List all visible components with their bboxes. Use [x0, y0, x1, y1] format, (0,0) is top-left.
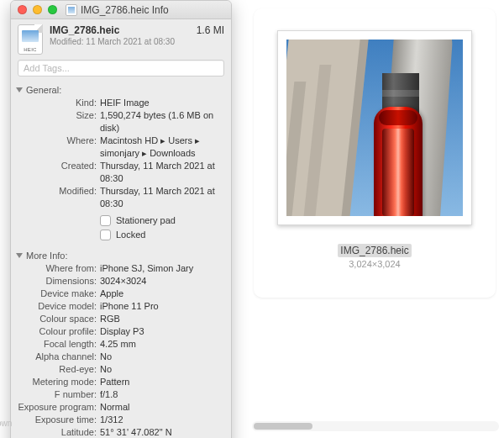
thumbnail-frame[interactable]: [277, 30, 472, 225]
label-colour-space: Colour space:: [18, 313, 100, 325]
zoom-icon[interactable]: [48, 5, 57, 14]
thumbnail-image: [286, 40, 463, 216]
value-dimensions: 3024×3024: [100, 275, 224, 288]
titlebar-file-icon: [66, 4, 77, 16]
label-kind: Kind:: [18, 97, 100, 109]
header-filename: IMG_2786.heic: [50, 24, 119, 36]
label-red-eye: Red-eye:: [18, 363, 100, 376]
value-kind: HEIF Image: [100, 97, 224, 109]
value-f-number: f/1.8: [100, 388, 224, 401]
value-device-model: iPhone 11 Pro: [100, 300, 224, 313]
tags-input[interactable]: Add Tags...: [18, 60, 224, 77]
label-created: Created:: [18, 160, 100, 185]
window-title: IMG_2786.heic Info: [81, 4, 169, 16]
label-f-number: F number:: [18, 388, 100, 401]
value-device-make: Apple: [100, 288, 224, 300]
label-device-make: Device make:: [18, 288, 100, 300]
file-preview-card: IMG_2786.heic 3,024×3,024: [254, 8, 496, 298]
value-exposure-program: Normal: [100, 401, 224, 414]
section-more-info[interactable]: More Info:: [11, 247, 231, 262]
label-alpha-channel: Alpha channel:: [18, 351, 100, 363]
value-exposure-time: 1/312: [100, 414, 224, 426]
truncated-background-text: own: [0, 419, 12, 428]
value-colour-profile: Display P3: [100, 325, 224, 338]
value-created: Thursday, 11 March 2021 at 08:30: [100, 160, 224, 185]
stationery-pad-label: Stationery pad: [116, 214, 176, 228]
label-metering-mode: Metering mode:: [18, 376, 100, 388]
disclosure-triangle-icon[interactable]: [16, 253, 23, 258]
value-red-eye: No: [100, 363, 224, 376]
label-where: Where:: [18, 135, 100, 160]
label-colour-profile: Colour profile:: [18, 325, 100, 338]
file-type-tag: HEIC: [18, 47, 42, 52]
label-exposure-program: Exposure program:: [18, 401, 100, 414]
value-colour-space: RGB: [100, 313, 224, 325]
file-type-icon: HEIC: [18, 24, 43, 55]
scrollbar-thumb[interactable]: [254, 423, 312, 430]
label-focal-length: Focal length:: [18, 338, 100, 351]
label-exposure-time: Exposure time:: [18, 414, 100, 426]
disclosure-triangle-icon[interactable]: [16, 87, 23, 92]
label-device-model: Device model:: [18, 300, 100, 313]
label-dimensions: Dimensions:: [18, 275, 100, 288]
label-latitude: Latitude:: [18, 426, 100, 438]
value-modified: Thursday, 11 March 2021 at 08:30: [100, 185, 224, 210]
value-alpha-channel: No: [100, 351, 224, 363]
locked-label: Locked: [116, 228, 145, 242]
preview-filename[interactable]: IMG_2786.heic: [338, 244, 411, 257]
info-header: HEIC IMG_2786.heic 1.6 MI Modified: 11 M…: [11, 19, 231, 56]
value-metering-mode: Pattern: [100, 376, 224, 388]
stationery-pad-checkbox[interactable]: [100, 215, 111, 226]
header-modified: Modified: 11 March 2021 at 08:30: [50, 37, 224, 46]
section-more-info-label: More Info:: [26, 251, 68, 261]
label-size: Size:: [18, 109, 100, 135]
value-latitude: 51° 31' 47.082" N: [100, 426, 224, 438]
section-general[interactable]: General:: [11, 82, 231, 97]
close-icon[interactable]: [18, 5, 27, 14]
value-size: 1,590,274 bytes (1.6 MB on disk): [100, 109, 224, 135]
value-focal-length: 4.25 mm: [100, 338, 224, 351]
value-where-from: iPhone SJ, Simon Jary: [100, 262, 224, 275]
section-general-label: General:: [26, 85, 61, 95]
preview-dimensions: 3,024×3,024: [349, 259, 400, 269]
titlebar[interactable]: IMG_2786.heic Info: [11, 1, 231, 19]
label-where-from: Where from:: [18, 262, 100, 275]
horizontal-scrollbar[interactable]: [252, 421, 499, 431]
header-filesize: 1.6 MI: [197, 24, 224, 36]
label-modified: Modified:: [18, 185, 100, 210]
value-where: Macintosh HD ▸ Users ▸ simonjary ▸ Downl…: [100, 135, 224, 160]
locked-checkbox[interactable]: [100, 230, 111, 240]
get-info-window: IMG_2786.heic Info HEIC IMG_2786.heic 1.…: [10, 0, 232, 438]
minimize-icon[interactable]: [33, 5, 42, 14]
finder-background: IMG_2786.heic 3,024×3,024 IMG_2786.heic …: [0, 0, 504, 438]
